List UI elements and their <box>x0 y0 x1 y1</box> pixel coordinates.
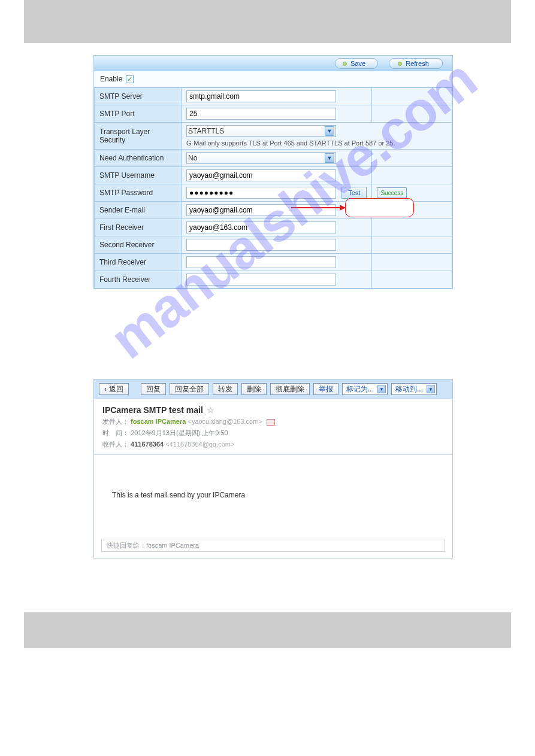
smtp-server-label: SMTP Server <box>95 88 182 105</box>
smtp-section-wrap: Save Refresh Enable ✓ SMTP Server <box>0 55 535 289</box>
mark-as-label: 标记为... <box>346 384 374 394</box>
table-row: Need Authentication No ▼ <box>95 150 452 167</box>
mark-as-select[interactable]: 标记为... ▼ <box>342 383 388 395</box>
chevron-down-icon: ▼ <box>377 385 386 393</box>
report-button[interactable]: 举报 <box>313 383 338 395</box>
page-footer-band <box>24 612 511 648</box>
fourth-receiver-label: Fourth Receiver <box>95 271 182 289</box>
tls-label: Transport Layer Security <box>95 123 182 150</box>
third-receiver-input[interactable] <box>186 256 336 268</box>
time-line: 时 间： 2012年9月13日(星期四) 上午9:50 <box>102 429 444 438</box>
time-value: 2012年9月13日(星期四) 上午9:50 <box>131 429 228 436</box>
reply-button[interactable]: 回复 <box>141 383 166 395</box>
smtp-server-input[interactable] <box>186 90 336 102</box>
quick-reply-placeholder: 快捷回复给：foscam IPCamera <box>107 541 199 550</box>
third-receiver-label: Third Receiver <box>95 254 182 271</box>
to-line: 收件人： 411678364 <411678364@qq.com> <box>102 440 444 449</box>
dot-icon <box>343 62 347 66</box>
fourth-receiver-input[interactable] <box>186 274 336 286</box>
forward-button[interactable]: 转发 <box>213 383 238 395</box>
smtp-toolbar: Save Refresh <box>94 56 452 71</box>
password-input[interactable] <box>186 187 336 199</box>
move-to-select[interactable]: 移动到... ▼ <box>391 383 437 395</box>
smtp-port-label: SMTP Port <box>95 105 182 123</box>
mail-toolbar: 返回 回复 回复全部 转发 删除 彻底删除 举报 标记为... ▼ 移动到...… <box>94 379 452 399</box>
table-row: SMTP Username <box>95 167 452 184</box>
password-label: SMTP Password <box>95 184 182 202</box>
table-row: Second Receiver <box>95 236 452 254</box>
sender-label: Sender E-mail <box>95 202 182 219</box>
dot-icon <box>398 62 402 66</box>
tls-select-value: STARTTLS <box>188 127 224 135</box>
username-label: SMTP Username <box>95 167 182 184</box>
mail-subject: IPCamera SMTP test mail <box>102 405 203 415</box>
check-icon: ✓ <box>127 76 132 83</box>
second-receiver-label: Second Receiver <box>95 236 182 254</box>
first-receiver-label: First Receiver <box>95 219 182 236</box>
table-row: Fourth Receiver <box>95 271 452 289</box>
reply-all-button[interactable]: 回复全部 <box>170 383 209 395</box>
smtp-port-input[interactable] <box>186 108 336 120</box>
quick-reply-input[interactable]: 快捷回复给：foscam IPCamera <box>101 539 445 552</box>
cell-extra <box>372 202 452 219</box>
mail-client-panel: 返回 回复 回复全部 转发 删除 彻底删除 举报 标记为... ▼ 移动到...… <box>93 379 453 558</box>
mail-header: IPCamera SMTP test mail ☆ 发件人： foscam IP… <box>94 399 452 455</box>
username-input[interactable] <box>186 169 336 181</box>
enable-label: Enable <box>100 75 122 83</box>
table-row: SMTP Server <box>95 88 452 105</box>
save-button-label: Save <box>350 60 373 67</box>
second-receiver-input[interactable] <box>186 239 336 251</box>
vcard-icon[interactable] <box>267 419 275 426</box>
table-row: SMTP Password Test Success <box>95 184 452 202</box>
cell-extra: Success <box>372 184 452 202</box>
cell-extra <box>372 150 452 167</box>
mail-body: This is a test mail send by your IPCamer… <box>94 455 452 535</box>
save-button[interactable]: Save <box>335 58 378 69</box>
move-to-label: 移动到... <box>395 384 423 394</box>
page-header-band <box>24 0 511 43</box>
from-name: foscam IPCamera <box>131 418 186 425</box>
enable-row: Enable ✓ <box>94 71 452 87</box>
cell-extra <box>372 236 452 254</box>
to-address: <411678364@qq.com> <box>165 441 234 448</box>
cell-extra <box>372 254 452 271</box>
cell-extra <box>372 105 452 123</box>
table-row: First Receiver <box>95 219 452 236</box>
from-address: <yaocuixiang@163.com> <box>188 418 262 425</box>
chevron-down-icon: ▼ <box>325 153 334 163</box>
table-row: Sender E-mail <box>95 202 452 219</box>
tls-hint: G-Mail only supports TLS at Port 465 and… <box>186 139 447 147</box>
table-row: SMTP Port <box>95 105 452 123</box>
test-button[interactable]: Test <box>341 187 367 199</box>
to-name: 411678364 <box>131 441 164 448</box>
auth-select[interactable]: No ▼ <box>186 152 336 164</box>
table-row: Transport Layer Security STARTTLS ▼ G-Ma… <box>95 123 452 150</box>
tls-select[interactable]: STARTTLS ▼ <box>186 125 336 137</box>
refresh-button[interactable]: Refresh <box>389 58 443 69</box>
first-receiver-input[interactable] <box>186 221 336 233</box>
time-label: 时 间： <box>102 429 129 436</box>
to-label: 收件人： <box>102 441 129 448</box>
from-label: 发件人： <box>102 418 129 425</box>
refresh-button-label: Refresh <box>406 60 436 67</box>
cell-extra <box>372 271 452 289</box>
star-icon[interactable]: ☆ <box>207 405 214 415</box>
smtp-settings-panel: Save Refresh Enable ✓ SMTP Server <box>93 55 453 289</box>
chevron-down-icon: ▼ <box>325 126 334 136</box>
mail-subject-row: IPCamera SMTP test mail ☆ <box>102 405 444 415</box>
enable-checkbox[interactable]: ✓ <box>126 75 134 83</box>
cell-extra <box>372 88 452 105</box>
smtp-table: SMTP Server SMTP Port Transport Layer Se… <box>94 87 452 289</box>
chevron-down-icon: ▼ <box>427 385 435 393</box>
from-line: 发件人： foscam IPCamera <yaocuixiang@163.co… <box>102 417 444 426</box>
delete-forever-button[interactable]: 彻底删除 <box>270 383 310 395</box>
cell-extra <box>372 219 452 236</box>
back-button[interactable]: 返回 <box>99 383 129 395</box>
table-row: Third Receiver <box>95 254 452 271</box>
cell-extra <box>372 167 452 184</box>
auth-label: Need Authentication <box>95 150 182 167</box>
mail-body-text: This is a test mail send by your IPCamer… <box>112 491 245 499</box>
test-success-indicator: Success <box>377 187 407 198</box>
delete-button[interactable]: 删除 <box>241 383 267 395</box>
sender-input[interactable] <box>186 204 336 216</box>
